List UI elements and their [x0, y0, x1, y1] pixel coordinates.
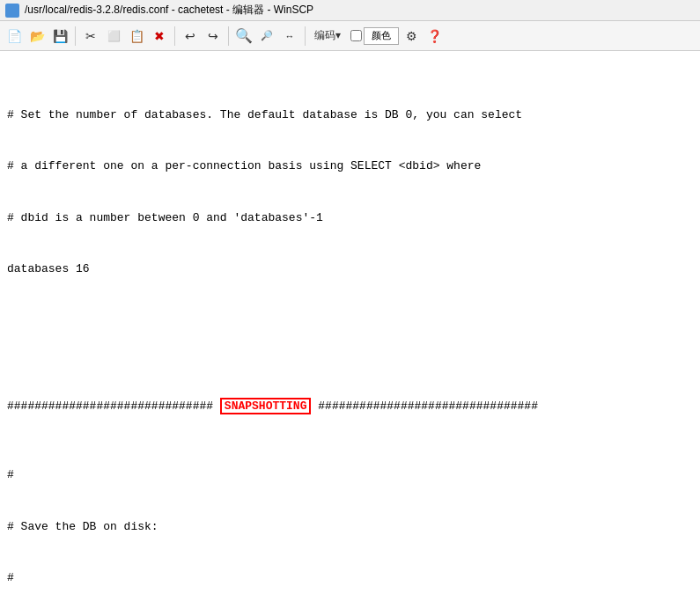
new-button[interactable]: 📄 [4, 26, 25, 47]
line-4: databases 16 [7, 260, 693, 278]
app-icon [5, 4, 19, 18]
encoding-button[interactable]: 编码▾ [310, 26, 345, 47]
find-next-button[interactable]: 🔎 [256, 26, 277, 47]
toolbar-separator-1 [75, 26, 76, 46]
help-button[interactable]: ❓ [424, 26, 445, 47]
paste-button[interactable]: 📋 [126, 26, 147, 47]
find-button[interactable]: 🔍 [233, 26, 254, 47]
toolbar: 📄 📂 💾 ✂ ⬜ 📋 ✖ ↩ ↪ 🔍 🔎 ↔ 编码▾ 颜色 ⚙ ❓ [0, 21, 700, 51]
line-blank-2: # [7, 466, 693, 484]
line-3: # dbid is a number between 0 and 'databa… [7, 209, 693, 227]
cut-button[interactable]: ✂ [80, 26, 101, 47]
hash-right: ################################ [318, 399, 538, 413]
snapshotting-label: SNAPSHOTTING [220, 398, 312, 414]
open-button[interactable]: 📂 [26, 26, 48, 47]
toolbar-separator-3 [228, 26, 229, 46]
copy-button[interactable]: ⬜ [103, 26, 124, 47]
save-button[interactable]: 💾 [49, 26, 70, 47]
line-1: # Set the number of databases. The defau… [7, 106, 693, 124]
line-blank-1 [7, 312, 693, 330]
settings-button[interactable]: ⚙ [401, 26, 422, 47]
editor: # Set the number of databases. The defau… [0, 51, 700, 601]
line-2: # a different one on a per-connection ba… [7, 158, 693, 175]
hash-left: ############################## [7, 399, 213, 413]
replace-button[interactable]: ↔ [279, 26, 300, 47]
color-button[interactable]: 颜色 [364, 27, 399, 45]
line-save-db: # Save the DB on disk: [7, 518, 693, 536]
undo-button[interactable]: ↩ [180, 26, 201, 47]
title-bar: /usr/local/redis-3.2.8/redis.conf - cach… [0, 0, 700, 21]
highlight-checkbox[interactable] [350, 30, 362, 41]
title-text: /usr/local/redis-3.2.8/redis.conf - cach… [25, 3, 313, 18]
redo-button[interactable]: ↪ [203, 26, 224, 47]
delete-button[interactable]: ✖ [149, 26, 170, 47]
line-blank-3: # [7, 569, 693, 587]
toolbar-separator-4 [305, 26, 306, 46]
toolbar-separator-2 [174, 26, 175, 46]
snapshotting-line: ############################## SNAPSHOTT… [7, 398, 693, 415]
encoding-label: 编码▾ [314, 28, 341, 43]
